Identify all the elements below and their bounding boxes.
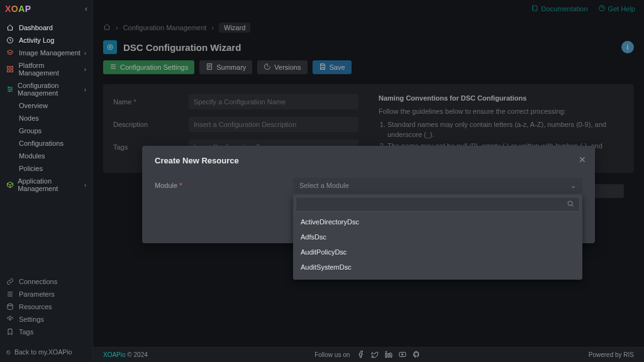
- chevron-right-icon: ›: [84, 50, 86, 57]
- sidebar-sub-policies[interactable]: Policies: [0, 162, 92, 175]
- module-select[interactable]: Select a Module ⌄: [293, 178, 582, 193]
- modal-backdrop: Create New Resource ✕ Module * Select a …: [93, 0, 644, 362]
- sidebar-item-activity-log[interactable]: Activity Log: [0, 34, 92, 47]
- linkedin-icon[interactable]: [385, 351, 394, 359]
- sidebar-sub-overview[interactable]: Overview: [0, 99, 92, 112]
- sidebar-item-label: Activity Log: [19, 36, 54, 44]
- footer: XOAPio © 2024 Follow us on Powered by RI…: [93, 347, 644, 362]
- module-dropdown: ActiveDirectoryDsc AdfsDsc AuditPolicyDs…: [293, 194, 582, 280]
- sidebar-sub-modules[interactable]: Modules: [0, 150, 92, 162]
- module-option[interactable]: AdfsDsc: [293, 229, 582, 244]
- sidebar-item-image-mgmt[interactable]: Image Management ›: [0, 47, 92, 59]
- svg-rect-4: [11, 70, 13, 72]
- sidebar-settings[interactable]: Settings: [0, 313, 92, 326]
- sidebar-item-label: Image Management: [19, 49, 80, 57]
- module-option[interactable]: AuditSystemDsc: [293, 260, 582, 275]
- grid-icon: [6, 65, 14, 73]
- twitter-icon[interactable]: [371, 351, 380, 359]
- sidebar-resources[interactable]: Resources: [0, 300, 92, 313]
- module-label: Module *: [155, 182, 293, 189]
- module-option[interactable]: AuditPolicyDsc: [293, 244, 582, 260]
- sidebar-sub-groups[interactable]: Groups: [0, 124, 92, 137]
- facebook-icon[interactable]: [357, 351, 366, 359]
- sidebar-item-config-mgmt[interactable]: Configuration Management ›: [0, 79, 92, 99]
- sidebar-item-label: Connections: [19, 278, 57, 285]
- module-search-input[interactable]: [301, 200, 567, 209]
- sidebar-item-label: Platform Management: [18, 62, 84, 77]
- sidebar-item-label: Tags: [19, 328, 33, 336]
- footer-copy: © 2024: [126, 351, 148, 358]
- signout-icon: ⎋: [6, 348, 11, 356]
- collapse-sidebar-button[interactable]: ‹: [85, 4, 87, 13]
- github-icon[interactable]: [413, 351, 421, 359]
- sidebar-item-dashboard[interactable]: Dashboard: [0, 21, 92, 34]
- sidebar-sub-nodes[interactable]: Nodes: [0, 112, 92, 124]
- footer-powered: Powered by RIS: [589, 351, 634, 358]
- link-icon: [6, 278, 15, 285]
- sidebar-item-label: Application Management: [18, 177, 84, 192]
- sidebar-parameters[interactable]: Parameters: [0, 288, 92, 300]
- sidebar-tags[interactable]: Tags: [0, 326, 92, 338]
- footer-brand[interactable]: XOAPio: [103, 351, 126, 358]
- sidebar-item-platform-mgmt[interactable]: Platform Management ›: [0, 59, 92, 79]
- svg-rect-1: [8, 67, 10, 69]
- gear-icon: [6, 315, 15, 323]
- sidebar-item-label: Resources: [19, 303, 52, 310]
- module-option[interactable]: AzureConnectedMachineDSC: [293, 275, 582, 280]
- chevron-right-icon: ›: [84, 66, 86, 73]
- clock-icon: [6, 36, 15, 44]
- chevron-down-icon: ›: [84, 86, 86, 93]
- brand-logo: XOAP: [5, 4, 31, 14]
- sidebar-item-label: Dashboard: [19, 24, 53, 31]
- svg-rect-2: [11, 67, 13, 69]
- svg-rect-3: [8, 70, 10, 72]
- sidebar-item-app-mgmt[interactable]: Application Management ›: [0, 175, 92, 195]
- main-content: Documentation Get Help › Configuration M…: [93, 0, 644, 362]
- module-option[interactable]: ActiveDirectoryDsc: [293, 214, 582, 229]
- sidebar: XOAP ‹ Dashboard Activity Log Image Mana…: [0, 0, 93, 362]
- module-select-placeholder: Select a Module: [299, 182, 349, 189]
- close-icon[interactable]: ✕: [579, 155, 586, 165]
- sidebar-sub-configurations[interactable]: Configurations: [0, 137, 92, 150]
- sliders-icon: [6, 85, 14, 93]
- modal-title: Create New Resource: [155, 156, 582, 165]
- list-icon: [6, 290, 15, 298]
- back-link-label: Back to my.XOAPio: [14, 348, 72, 356]
- home-icon: [6, 24, 15, 31]
- bookmark-icon: [6, 328, 15, 336]
- search-icon: [567, 200, 574, 209]
- sidebar-item-label: Configuration Management: [18, 82, 84, 97]
- svg-point-12: [568, 201, 572, 206]
- sidebar-item-label: Settings: [19, 315, 44, 323]
- footer-follow-label: Follow us on: [314, 351, 350, 358]
- box-icon: [6, 181, 14, 189]
- svg-point-5: [8, 304, 13, 306]
- sidebar-item-label: Parameters: [19, 290, 55, 298]
- back-link[interactable]: ⎋ Back to my.XOAPio: [0, 342, 92, 362]
- svg-point-6: [9, 319, 11, 321]
- database-icon: [6, 303, 15, 310]
- sidebar-connections[interactable]: Connections: [0, 275, 92, 288]
- svg-rect-13: [386, 353, 387, 357]
- layers-icon: [6, 49, 15, 57]
- chevron-down-icon: ⌄: [570, 182, 576, 190]
- create-resource-modal: Create New Resource ✕ Module * Select a …: [142, 146, 595, 243]
- svg-point-14: [386, 351, 387, 353]
- chevron-right-icon: ›: [84, 182, 86, 189]
- youtube-icon[interactable]: [399, 351, 408, 359]
